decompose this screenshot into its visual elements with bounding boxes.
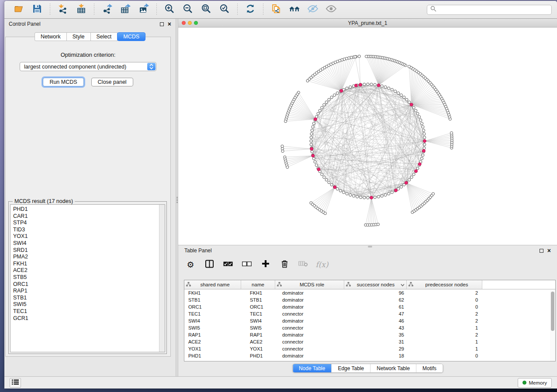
network-node[interactable] (353, 195, 355, 197)
mcds-result-item[interactable]: CAR1 (10, 213, 165, 220)
network-node[interactable] (360, 196, 362, 199)
tab-network[interactable]: Network (35, 32, 67, 41)
column-header-mcds-role[interactable]: MCDS role (275, 280, 344, 289)
network-node[interactable] (339, 189, 342, 192)
network-node[interactable] (403, 96, 405, 99)
network-node[interactable] (328, 98, 330, 101)
network-node[interactable] (412, 173, 415, 175)
import-network-button[interactable] (56, 3, 69, 16)
network-node[interactable] (381, 85, 383, 87)
tab-network-table[interactable]: Network Table (370, 364, 416, 372)
mcds-result-item[interactable]: TID3 (10, 227, 165, 234)
network-node[interactable] (330, 183, 333, 186)
table-row[interactable]: FKH1FKH1dominator962 (184, 289, 555, 296)
column-header-name[interactable]: name (241, 280, 275, 289)
network-node[interactable] (323, 176, 325, 179)
network-hub-node[interactable] (359, 83, 362, 86)
apply-function-button[interactable]: f(x) (317, 259, 327, 270)
deselect-all-button[interactable] (242, 259, 252, 270)
horizontal-splitter-grip[interactable] (368, 246, 372, 248)
network-node[interactable] (423, 136, 426, 139)
zoom-in-button[interactable] (163, 3, 176, 16)
tab-style[interactable]: Style (66, 32, 91, 41)
network-hub-node[interactable] (377, 84, 380, 87)
close-table-panel-icon[interactable]: × (547, 248, 551, 253)
network-node[interactable] (416, 112, 419, 115)
network-hub-node[interactable] (370, 196, 373, 199)
table-row[interactable]: YOX1YOX1connector291 (184, 345, 555, 352)
export-table-button[interactable] (119, 3, 132, 16)
network-node[interactable] (377, 196, 380, 198)
network-node[interactable] (318, 109, 321, 112)
network-node[interactable] (422, 126, 424, 128)
network-node[interactable] (370, 83, 373, 86)
network-node[interactable] (408, 65, 410, 68)
mcds-result-item[interactable]: RAP1 (10, 288, 165, 295)
mcds-result-item[interactable]: ACE2 (10, 267, 165, 274)
export-network-button[interactable] (100, 3, 114, 16)
network-node[interactable] (310, 136, 312, 139)
close-panel-icon[interactable]: × (168, 22, 171, 26)
network-node[interactable] (354, 55, 356, 58)
mcds-list-scrollbar[interactable] (159, 205, 165, 352)
network-node[interactable] (346, 87, 348, 89)
memory-button[interactable]: Memory (518, 378, 552, 388)
tab-select[interactable]: Select (90, 32, 118, 41)
table-row[interactable]: PHD1PHD1dominator180 (184, 352, 555, 359)
table-row[interactable]: ACE2ACE2connector311 (184, 338, 555, 345)
export-image-button[interactable] (137, 3, 150, 16)
network-hub-node[interactable] (333, 186, 336, 189)
network-node[interactable] (394, 90, 397, 93)
network-node[interactable] (358, 55, 360, 58)
open-file-button[interactable] (12, 3, 25, 16)
mcds-result-item[interactable]: ORC1 (10, 281, 165, 288)
network-node[interactable] (336, 92, 339, 94)
network-node[interactable] (330, 96, 333, 99)
tab-mcds[interactable]: MCDS (117, 32, 145, 41)
search-input[interactable] (436, 7, 548, 13)
zoom-fit-button[interactable] (200, 3, 213, 16)
network-node[interactable] (317, 112, 319, 115)
tab-node-table[interactable]: Node Table (293, 364, 332, 372)
network-node[interactable] (281, 150, 284, 152)
network-node[interactable] (315, 164, 318, 166)
network-node[interactable] (356, 196, 359, 198)
network-hub-node[interactable] (354, 84, 357, 87)
duplicate-network-button[interactable] (270, 3, 283, 16)
network-node[interactable] (416, 167, 419, 170)
network-node[interactable] (333, 94, 336, 96)
network-node[interactable] (415, 109, 417, 112)
table-row[interactable]: ORC1ORC1dominator610 (184, 303, 555, 310)
network-node[interactable] (346, 193, 348, 195)
mcds-result-item[interactable]: STB1 (10, 295, 165, 302)
show-all-button[interactable] (325, 3, 338, 16)
table-scrollbar[interactable] (550, 290, 555, 361)
network-node[interactable] (314, 161, 316, 163)
mcds-result-item[interactable]: PMA2 (10, 254, 165, 261)
network-window-titlebar[interactable]: YPA_prune.txt_1 (178, 19, 557, 28)
network-node[interactable] (384, 86, 387, 88)
network-node[interactable] (381, 195, 383, 197)
network-hub-node[interactable] (314, 118, 317, 121)
network-node[interactable] (367, 83, 369, 86)
delete-column-button[interactable] (279, 259, 290, 270)
table-row[interactable]: SWI5SWI5connector431 (184, 324, 555, 331)
network-node[interactable] (311, 126, 314, 128)
float-panel-icon[interactable] (160, 22, 164, 26)
criterion-select[interactable]: largest connected component (undirected) (20, 62, 156, 71)
network-node[interactable] (405, 98, 408, 101)
refresh-button[interactable] (244, 3, 257, 16)
network-node[interactable] (311, 150, 313, 153)
column-header-shared-name[interactable]: shared name (184, 280, 241, 289)
network-node[interactable] (419, 119, 422, 121)
tab-edge-table[interactable]: Edge Table (332, 364, 370, 372)
network-node[interactable] (391, 191, 393, 194)
network-node[interactable] (374, 196, 376, 199)
show-columns-button[interactable] (204, 259, 214, 270)
delete-table-button[interactable] (298, 259, 308, 270)
network-hub-node[interactable] (422, 149, 426, 152)
network-node[interactable] (418, 116, 421, 118)
network-node[interactable] (408, 179, 411, 181)
network-node[interactable] (312, 157, 315, 160)
network-hub-node[interactable] (311, 154, 315, 157)
